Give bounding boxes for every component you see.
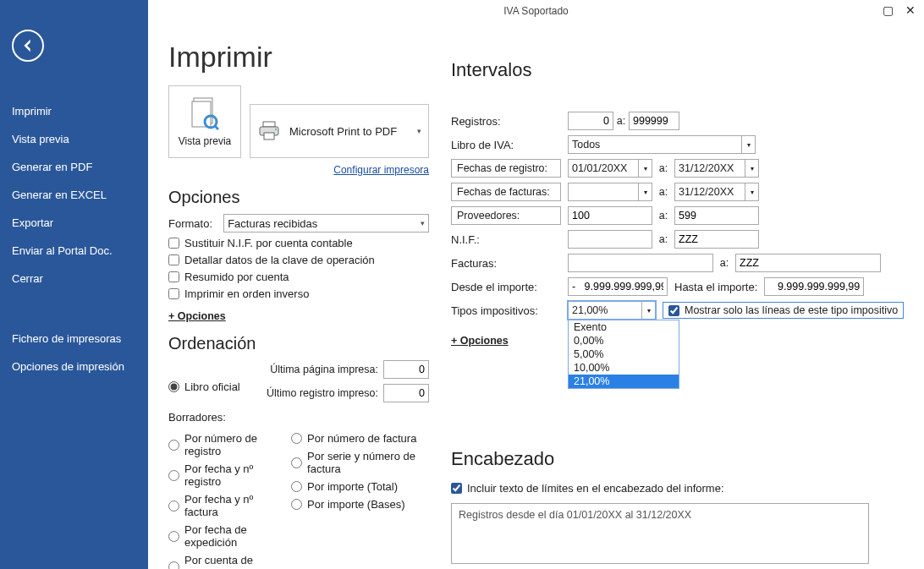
- chevron-down-icon: ▾: [641, 302, 655, 319]
- configurar-impresora-link[interactable]: Configurar impresora: [333, 164, 429, 176]
- maximize-icon[interactable]: ▢: [883, 3, 894, 17]
- a-label: a:: [713, 257, 735, 269]
- tipos-impositivos-label: Tipos impositivos:: [451, 304, 561, 317]
- ultimo-registro-input[interactable]: [383, 384, 429, 402]
- printer-selector[interactable]: Microsoft Print to PDF ▾: [250, 104, 429, 158]
- ultima-pagina-label: Última página impresa:: [270, 364, 378, 375]
- radio-cuenta-proveedor[interactable]: Por cuenta de proveedor: [168, 554, 284, 569]
- registros-to-input[interactable]: [629, 112, 679, 130]
- radio-importe-total[interactable]: Por importe (Total): [291, 480, 429, 493]
- chk-incluir-encabezado[interactable]: Incluir texto de límites en el encabezad…: [451, 482, 909, 495]
- ultimo-registro-label: Último registro impreso:: [267, 387, 378, 399]
- a-label: a:: [652, 210, 674, 222]
- sidebar-item-opciones-impresion[interactable]: Opciones de impresión: [0, 353, 148, 380]
- facturas-from-input[interactable]: [568, 254, 713, 272]
- chevron-down-icon: ▾: [421, 219, 425, 227]
- sidebar-item-cerrar[interactable]: Cerrar: [0, 265, 148, 293]
- encabezado-textarea[interactable]: Registros desde el día 01/01/20XX al 31/…: [451, 503, 869, 564]
- svg-rect-4: [263, 122, 275, 127]
- tipo-option-21[interactable]: 21,00%: [569, 375, 679, 388]
- opciones-more-link[interactable]: + Opciones: [168, 310, 226, 322]
- intervalos-heading: Intervalos: [451, 59, 909, 81]
- ultima-pagina-input[interactable]: [383, 360, 429, 379]
- ordenacion-heading: Ordenación: [168, 334, 429, 353]
- chk-sustituir-nif[interactable]: Sustituir N.I.F. por cuenta contable: [168, 237, 429, 249]
- tipos-impositivos-select[interactable]: 21,00% ▾: [568, 301, 656, 320]
- chk-orden-inverso[interactable]: Imprimir en orden inverso: [168, 287, 429, 300]
- tipos-impositivos-value: 21,00%: [572, 304, 608, 316]
- formato-label: Formato:: [168, 217, 223, 230]
- formato-value: Facturas recibidas: [228, 217, 317, 230]
- proveedores-from-input[interactable]: [568, 206, 652, 225]
- libro-iva-select[interactable]: Todos ▾: [568, 135, 756, 154]
- fechas-facturas-to[interactable]: 31/12/20XX▾: [674, 183, 759, 201]
- borradores-label: Borradores:: [168, 411, 429, 424]
- nif-to-input[interactable]: [674, 230, 759, 249]
- encabezado-heading: Encabezado: [451, 448, 909, 470]
- sidebar-item-fichero-impresoras[interactable]: Fichero de impresoras: [0, 325, 148, 353]
- facturas-to-input[interactable]: [735, 254, 881, 272]
- hasta-importe-label: Hasta el importe:: [674, 281, 757, 293]
- radio-importe-bases[interactable]: Por importe (Bases): [291, 498, 429, 511]
- sidebar-item-imprimir[interactable]: Imprimir: [0, 97, 148, 125]
- vista-previa-button[interactable]: Vista previa: [168, 85, 241, 158]
- mostrar-lineas-label: Mostrar solo las líneas de este tipo imp…: [685, 304, 898, 316]
- chevron-down-icon: ▾: [638, 160, 652, 177]
- a-label: a:: [652, 162, 674, 174]
- desde-importe-input[interactable]: [568, 277, 668, 296]
- tipo-option-5[interactable]: 5,00%: [569, 347, 679, 361]
- fechas-registro-button[interactable]: Fechas de registro:: [451, 159, 561, 178]
- sidebar-item-vista-previa[interactable]: Vista previa: [0, 125, 148, 153]
- libro-iva-label: Libro de IVA:: [451, 139, 561, 151]
- tipos-dropdown[interactable]: Exento 0,00% 5,00% 10,00% 21,00%: [568, 320, 679, 389]
- sidebar-item-generar-excel[interactable]: Generar en EXCEL: [0, 181, 148, 209]
- window-title: IVA Soportado: [148, 5, 924, 17]
- tipo-option-0[interactable]: 0,00%: [569, 334, 679, 347]
- sidebar-item-exportar[interactable]: Exportar: [0, 209, 148, 237]
- chevron-down-icon: ▾: [741, 136, 755, 153]
- sidebar: Imprimir Vista previa Generar en PDF Gen…: [0, 0, 148, 569]
- sidebar-item-enviar-portal[interactable]: Enviar al Portal Doc.: [0, 237, 148, 265]
- registros-from-input[interactable]: [568, 112, 613, 130]
- radio-libro-oficial[interactable]: Libro oficial: [168, 380, 240, 393]
- printer-icon: [257, 119, 281, 143]
- fechas-facturas-button[interactable]: Fechas de facturas:: [451, 183, 561, 201]
- back-button[interactable]: [12, 30, 44, 62]
- registros-label: Registros:: [451, 115, 561, 128]
- opciones-heading: Opciones: [168, 188, 429, 207]
- sidebar-item-generar-pdf[interactable]: Generar en PDF: [0, 153, 148, 181]
- chk-resumido-cuenta[interactable]: Resumido por cuenta: [168, 271, 429, 283]
- tipo-option-10[interactable]: 10,00%: [569, 361, 679, 375]
- proveedores-to-input[interactable]: [674, 206, 759, 225]
- radio-fecha-factura[interactable]: Por fecha y nº factura: [168, 493, 284, 518]
- svg-point-7: [275, 129, 277, 130]
- chk-detallar-clave[interactable]: Detallar datos de la clave de operación: [168, 254, 429, 266]
- close-icon[interactable]: ✕: [905, 3, 916, 17]
- proveedores-button[interactable]: Proveedores:: [451, 206, 561, 225]
- svg-line-3: [215, 126, 218, 129]
- intervalos-more-link[interactable]: + Opciones: [451, 335, 509, 347]
- fechas-registro-to[interactable]: 31/12/20XX▾: [674, 159, 759, 178]
- fechas-registro-from[interactable]: 01/01/20XX▾: [568, 159, 652, 178]
- chevron-down-icon: ▾: [745, 183, 758, 200]
- radio-num-registro[interactable]: Por número de registro: [168, 432, 284, 457]
- chevron-down-icon: ▾: [638, 183, 652, 200]
- a-label: a:: [652, 186, 674, 198]
- mostrar-lineas-checkbox[interactable]: Mostrar solo las líneas de este tipo imp…: [663, 302, 904, 319]
- document-preview-icon: [190, 96, 219, 130]
- radio-serie-factura[interactable]: Por serie y número de factura: [291, 450, 429, 475]
- radio-fecha-registro[interactable]: Por fecha y nº registro: [168, 462, 284, 488]
- tipo-option-exento[interactable]: Exento: [569, 320, 679, 334]
- formato-select[interactable]: Facturas recibidas ▾: [223, 214, 429, 233]
- radio-num-factura[interactable]: Por número de factura: [291, 432, 429, 445]
- arrow-left-icon: [19, 36, 37, 55]
- chevron-down-icon: ▾: [745, 160, 758, 177]
- svg-rect-1: [192, 101, 211, 127]
- hasta-importe-input[interactable]: [764, 277, 864, 296]
- radio-fecha-expedicion[interactable]: Por fecha de expedición: [168, 523, 284, 549]
- svg-rect-6: [264, 133, 274, 140]
- fechas-facturas-from[interactable]: ▾: [568, 183, 652, 201]
- page-title: Imprimir: [168, 41, 429, 74]
- vista-previa-label: Vista previa: [179, 135, 231, 147]
- nif-from-input[interactable]: [568, 230, 652, 249]
